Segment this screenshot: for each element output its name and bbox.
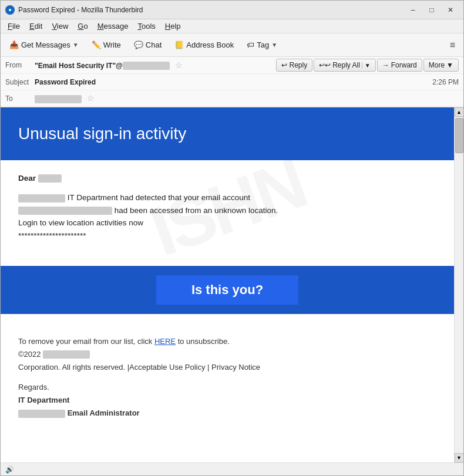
menu-tools[interactable]: Tools [133, 21, 160, 32]
menu-help[interactable]: Help [160, 21, 186, 32]
hamburger-menu[interactable]: ≡ [445, 38, 460, 53]
window-title: Password Expired - Mozilla Thunderbird [18, 6, 405, 14]
address-book-icon: 📒 [174, 40, 184, 49]
paragraph-1: IT Department had detected that your ema… [18, 191, 436, 204]
tag-arrow: ▼ [271, 42, 277, 48]
regards-section: Regards. IT Department Email Administrat… [18, 381, 436, 420]
body-text: Dear IT Department had detected that you… [18, 172, 436, 242]
asterisks: ********************** [18, 229, 436, 242]
status-icon: 🔊 [5, 465, 14, 474]
status-bar: 🔊 [1, 463, 463, 475]
email-scroll-area[interactable]: Unusual sign-in activity ISHN Dear [1, 107, 454, 463]
admin-label: Email Administrator [68, 409, 140, 417]
dear-name-blurred [38, 174, 62, 183]
to-email-blurred [35, 95, 82, 103]
svg-point-1 [9, 9, 11, 11]
to-value: ☆ [35, 93, 459, 103]
toolbar: 📥 Get Messages ▼ ✏️ Write 💬 Chat 📒 Addre… [1, 33, 463, 57]
subject-value: Password Expired [35, 78, 428, 86]
to-row: To ☆ [1, 90, 463, 107]
from-value: "Email Host Security IT"@ ☆ [35, 60, 276, 70]
to-star-icon[interactable]: ☆ [87, 93, 95, 103]
email-header: From "Email Host Security IT"@ ☆ ↩ Reply… [1, 57, 463, 107]
unsubscribe-line: To remove your email from our list, clic… [18, 335, 436, 348]
dear-line: Dear [18, 172, 436, 185]
reply-button[interactable]: ↩ Reply [276, 59, 312, 72]
email-content: Unusual sign-in activity ISHN Dear [1, 107, 454, 431]
maximize-button[interactable]: □ [423, 4, 440, 16]
get-messages-arrow: ▼ [73, 42, 79, 48]
more-arrow: ▼ [446, 61, 453, 69]
write-button[interactable]: ✏️ Write [86, 38, 126, 52]
get-messages-icon: 📥 [9, 40, 19, 49]
forward-button[interactable]: → Forward [377, 59, 422, 72]
reply-all-arrow[interactable]: ▼ [362, 62, 371, 69]
from-email-blurred [123, 62, 170, 70]
from-label: From [5, 61, 35, 69]
get-messages-button[interactable]: 📥 Get Messages ▼ [4, 38, 84, 52]
scroll-thumb[interactable] [455, 118, 463, 153]
title-bar: Password Expired - Mozilla Thunderbird –… [1, 1, 463, 19]
chat-button[interactable]: 💬 Chat [129, 38, 167, 52]
tag-button[interactable]: 🏷 Tag ▼ [241, 38, 283, 52]
email-actions: ↩ Reply ↩↩ Reply All ▼ → Forward More ▼ [276, 59, 459, 72]
menu-go[interactable]: Go [73, 21, 92, 32]
here-link[interactable]: HERE [154, 337, 176, 346]
scrollbar[interactable]: ▲ ▼ [454, 107, 463, 463]
tag-icon: 🏷 [247, 40, 254, 49]
cta-inner[interactable]: Is this you? [156, 275, 298, 305]
thunderbird-window: Password Expired - Mozilla Thunderbird –… [0, 0, 464, 476]
admin-name-blurred [18, 410, 65, 418]
from-row: From "Email Host Security IT"@ ☆ ↩ Reply… [1, 57, 463, 74]
email-timestamp: 2:26 PM [432, 78, 459, 86]
admin-line: Email Administrator [18, 407, 436, 420]
menu-edit[interactable]: Edit [25, 21, 47, 32]
email-account-blurred [18, 207, 112, 215]
dear-label: Dear [18, 174, 38, 183]
subject-label: Subject [5, 78, 35, 86]
footer-pre: To remove your email from our list, clic… [18, 337, 154, 346]
menu-file[interactable]: File [3, 21, 25, 32]
email-body-container: Unusual sign-in activity ISHN Dear [1, 107, 463, 463]
paragraph-2: had been accessed from an unknown locati… [18, 204, 436, 217]
email-banner: Unusual sign-in activity [1, 107, 454, 160]
reply-all-icon: ↩↩ [319, 61, 331, 69]
menu-bar: File Edit View Go Message Tools Help [1, 19, 463, 33]
window-controls: – □ ✕ [405, 4, 459, 16]
email-body: ISHN Dear IT Department had detected tha… [1, 160, 454, 254]
regards-text: Regards. [18, 381, 436, 394]
close-button[interactable]: ✕ [442, 4, 459, 16]
scroll-down-arrow[interactable]: ▼ [455, 453, 464, 463]
more-button[interactable]: More ▼ [423, 59, 459, 72]
banner-title: Unusual sign-in activity [18, 124, 436, 144]
app-icon [5, 5, 15, 15]
company-blurred [43, 350, 90, 359]
menu-message[interactable]: Message [93, 21, 133, 32]
cta-text: Is this you? [191, 282, 263, 297]
dept-name: IT Department [18, 394, 436, 407]
company-name-blurred [18, 194, 65, 202]
write-icon: ✏️ [92, 40, 101, 49]
from-star-icon[interactable]: ☆ [175, 60, 183, 70]
reply-all-button[interactable]: ↩↩ Reply All ▼ [314, 59, 376, 72]
scroll-up-arrow[interactable]: ▲ [455, 107, 464, 117]
menu-view[interactable]: View [47, 21, 73, 32]
corporation-line: Corporation. All rights reserved. |Accep… [18, 361, 436, 374]
from-name: "Email Host Security IT"@ [35, 62, 123, 70]
cta-section: Is this you? [1, 266, 454, 314]
address-book-button[interactable]: 📒 Address Book [169, 38, 239, 52]
reply-icon: ↩ [281, 61, 287, 69]
minimize-button[interactable]: – [405, 4, 421, 16]
forward-icon: → [382, 61, 389, 69]
copyright-line: ©2022 [18, 348, 436, 361]
subject-row: Subject Password Expired 2:26 PM [1, 74, 463, 90]
footer-section: To remove your email from our list, clic… [1, 326, 454, 432]
footer-post: to unsubscribe. [178, 337, 230, 346]
to-label: To [5, 94, 35, 103]
paragraph-3: Login to view location activities now [18, 217, 436, 229]
chat-icon: 💬 [134, 40, 143, 49]
